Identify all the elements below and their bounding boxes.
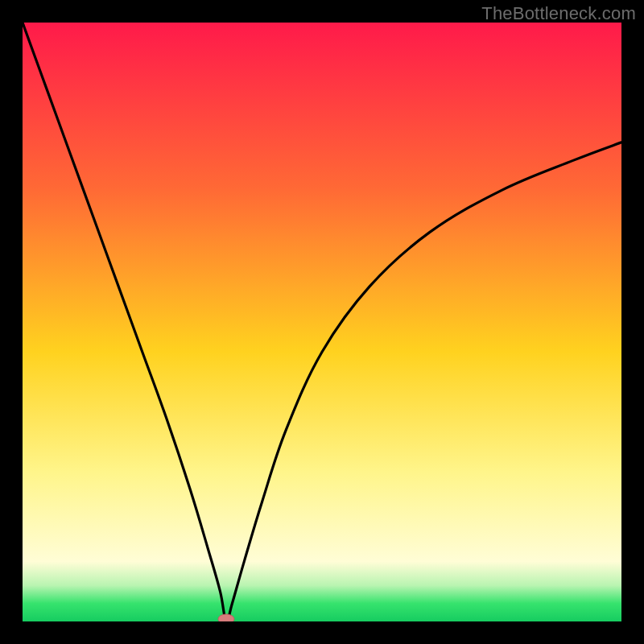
chart-background: [23, 23, 621, 621]
chart-frame: TheBottleneck.com: [0, 0, 644, 644]
plot-area: [23, 23, 621, 621]
min-marker: [218, 614, 234, 621]
watermark-label: TheBottleneck.com: [481, 3, 636, 24]
chart-svg: [23, 23, 621, 621]
